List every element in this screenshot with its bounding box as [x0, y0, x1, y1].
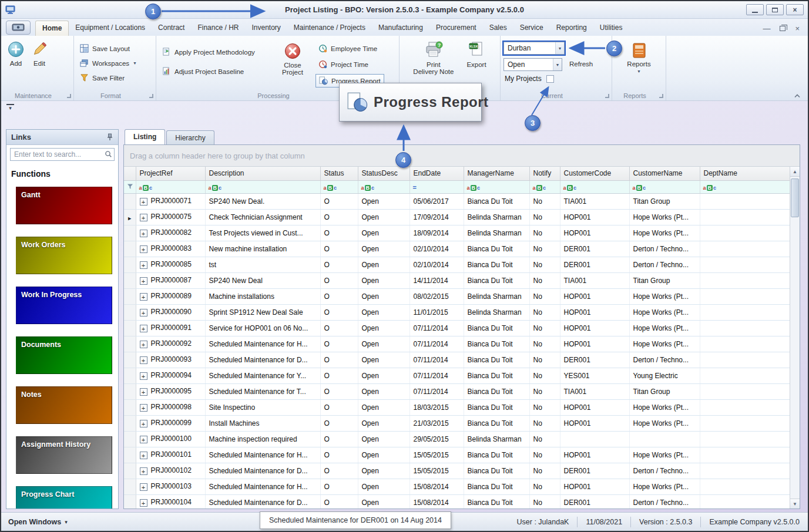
ribbon-tab-utilities[interactable]: Utilities: [593, 21, 629, 36]
function-tile-notes[interactable]: Notes: [16, 386, 112, 424]
project-row-PRJ0000091[interactable]: PRJ0000091Service for HOP001 on 06 No...…: [124, 320, 790, 336]
ribbon-tab-maintenance-projects[interactable]: Maintenance / Projects: [287, 21, 372, 36]
expand-row-icon[interactable]: [140, 356, 147, 364]
expand-row-icon[interactable]: [140, 483, 147, 491]
project-row-PRJ0000090[interactable]: PRJ0000090Sprint SP1912 New Deal SaleOOp…: [124, 304, 790, 320]
project-time-button[interactable]: Project Time: [315, 58, 384, 70]
expand-row-icon[interactable]: [140, 230, 147, 237]
filter-cell-dept[interactable]: aBc: [700, 180, 790, 193]
project-row-PRJ0000102[interactable]: PRJ0000102Scheduled Maintenance for D...…: [124, 463, 790, 479]
print-delivery-note-button[interactable]: ? Print Delivery Note: [410, 39, 456, 78]
open-windows-button[interactable]: Open Windows ▾: [1, 518, 68, 526]
ribbon-tab-contract[interactable]: Contract: [152, 21, 191, 36]
column-header-custName[interactable]: CustomerName: [629, 167, 700, 180]
project-row-PRJ0000100[interactable]: PRJ0000100Machine inspection requiredOOp…: [124, 431, 790, 447]
tab-hierarchy[interactable]: Hierarchy: [166, 130, 214, 144]
column-header-endDate[interactable]: EndDate: [409, 167, 464, 180]
status-combobox-arrow-icon[interactable]: ▼: [553, 59, 562, 70]
function-tile-gantt[interactable]: Gantt: [16, 187, 112, 224]
minimize-button[interactable]: [746, 4, 764, 15]
scroll-up-icon[interactable]: ▲: [790, 167, 800, 177]
project-row-PRJ0000082[interactable]: PRJ0000082Test Projects viewed in Cust..…: [124, 225, 790, 241]
ribbon-tab-manufacturing[interactable]: Manufacturing: [372, 21, 429, 36]
save-layout-button[interactable]: Save Layout: [77, 42, 140, 55]
collapse-ribbon-icon[interactable]: [794, 93, 801, 98]
project-row-PRJ0000089[interactable]: PRJ0000089Machine installationsOOpen08/0…: [124, 288, 790, 304]
edit-button[interactable]: Edit: [28, 39, 51, 69]
expand-row-icon[interactable]: [140, 261, 147, 269]
refresh-button[interactable]: Refresh: [565, 39, 597, 89]
workspaces-button[interactable]: Workspaces ▼: [77, 57, 140, 69]
project-row-PRJ0000085[interactable]: PRJ0000085tstOOpen02/10/2014Bianca Du To…: [124, 257, 790, 272]
expand-row-icon[interactable]: [140, 198, 147, 206]
scroll-down-icon[interactable]: ▼: [790, 499, 800, 509]
expand-row-icon[interactable]: [140, 388, 147, 396]
project-row-PRJ0000103[interactable]: PRJ0000103Scheduled Maintenance for H...…: [124, 479, 790, 494]
filter-cell-manager[interactable]: aBc: [464, 180, 529, 193]
column-header-ref[interactable]: ProjectRef: [136, 167, 205, 180]
employee-time-button[interactable]: Employee Time: [315, 42, 384, 55]
project-row-PRJ0000083[interactable]: PRJ0000083New machine installationOOpen0…: [124, 241, 790, 257]
expand-row-icon[interactable]: [140, 467, 147, 475]
filter-cell-status[interactable]: aBc: [320, 180, 358, 193]
expand-row-icon[interactable]: [140, 404, 147, 412]
expand-row-icon[interactable]: [140, 214, 147, 221]
site-combobox-arrow-icon[interactable]: ▼: [555, 42, 564, 54]
ribbon-tab-service[interactable]: Service: [513, 21, 550, 36]
mdi-close-icon[interactable]: ×: [795, 24, 800, 33]
column-header-desc[interactable]: Description: [205, 167, 320, 180]
column-header-notify[interactable]: Notify: [529, 167, 560, 180]
save-filter-button[interactable]: Save Filter: [77, 72, 140, 84]
project-row-PRJ0000095[interactable]: PRJ0000095Scheduled Maintenance for T...…: [124, 383, 790, 399]
export-button[interactable]: XLSX Export: [464, 39, 489, 70]
project-row-PRJ0000098[interactable]: PRJ0000098Site InspectinoOOpen18/03/2015…: [124, 399, 790, 415]
column-header-manager[interactable]: ManagerName: [464, 167, 529, 180]
column-header-statusDesc[interactable]: StatusDesc: [358, 167, 409, 180]
ribbon-tab-procurement[interactable]: Procurement: [429, 21, 483, 36]
maintenance-dialog-launcher-icon[interactable]: [67, 94, 71, 98]
pin-icon[interactable]: [106, 133, 113, 141]
project-row-PRJ0000094[interactable]: PRJ0000094Scheduled Maintenance for Y...…: [124, 368, 790, 383]
filter-cell-custName[interactable]: aBc: [629, 180, 700, 193]
function-tile-assignment-history[interactable]: Assignment History: [16, 436, 112, 474]
column-header-custCode[interactable]: CustomerCode: [560, 167, 629, 180]
filter-cell-ref[interactable]: aBc: [136, 180, 205, 193]
filter-cell-endDate[interactable]: =: [409, 180, 464, 193]
maximize-button[interactable]: [766, 4, 784, 15]
project-row-PRJ0000071[interactable]: PRJ0000071SP240 New Deal.OOpen05/06/2017…: [124, 193, 790, 209]
expand-row-icon[interactable]: [140, 372, 147, 380]
function-tile-work-in-progress[interactable]: Work In Progress: [16, 287, 112, 324]
filter-cell-desc[interactable]: aBc: [205, 180, 320, 193]
site-combobox[interactable]: Durban ▼: [503, 42, 565, 55]
ribbon-tab-equipment-locations[interactable]: Equipment / Locations: [69, 21, 152, 36]
function-tile-progress-chart[interactable]: Progress Chart: [16, 486, 112, 509]
expand-row-icon[interactable]: [140, 277, 147, 285]
reports-button[interactable]: Reports ▼: [624, 39, 653, 76]
quick-access-overflow-icon[interactable]: ▾: [6, 104, 14, 111]
mdi-minimize-icon[interactable]: —: [763, 24, 770, 33]
project-row-PRJ0000099[interactable]: PRJ0000099Install MachinesOOpen21/03/201…: [124, 415, 790, 431]
search-icon[interactable]: [105, 150, 112, 158]
column-header-status[interactable]: Status: [320, 167, 358, 180]
format-dialog-launcher-icon[interactable]: [149, 94, 153, 98]
project-row-PRJ0000092[interactable]: PRJ0000092Scheduled Maintenance for H...…: [124, 336, 790, 352]
scrollbar-thumb[interactable]: [791, 179, 799, 217]
expand-row-icon[interactable]: [140, 499, 147, 507]
expand-row-icon[interactable]: [140, 325, 147, 332]
expand-row-icon[interactable]: [140, 420, 147, 427]
function-tile-work-orders[interactable]: Work Orders: [16, 237, 112, 274]
ribbon-tab-finance-hr[interactable]: Finance / HR: [191, 21, 245, 36]
tab-listing[interactable]: Listing: [125, 129, 165, 144]
add-button[interactable]: Add: [4, 39, 28, 69]
ribbon-tab-sales[interactable]: Sales: [483, 21, 513, 36]
project-row-PRJ0000087[interactable]: PRJ0000087SP240 New DealOOpen14/11/2014B…: [124, 272, 790, 288]
group-by-bar[interactable]: Drag a column header here to group by th…: [124, 145, 800, 167]
current-dialog-launcher-icon[interactable]: [605, 94, 609, 98]
expand-row-icon[interactable]: [140, 309, 147, 316]
apply-project-methodology-button[interactable]: Apply Project Methodology: [159, 46, 276, 58]
close-project-button[interactable]: Close Project: [276, 39, 310, 79]
project-row-PRJ0000104[interactable]: PRJ0000104Scheduled Maintenance for D...…: [124, 494, 790, 509]
expand-row-icon[interactable]: [140, 293, 147, 301]
filter-cell-custCode[interactable]: aBc: [560, 180, 629, 193]
vertical-scrollbar[interactable]: ▲ ▼: [790, 167, 800, 509]
